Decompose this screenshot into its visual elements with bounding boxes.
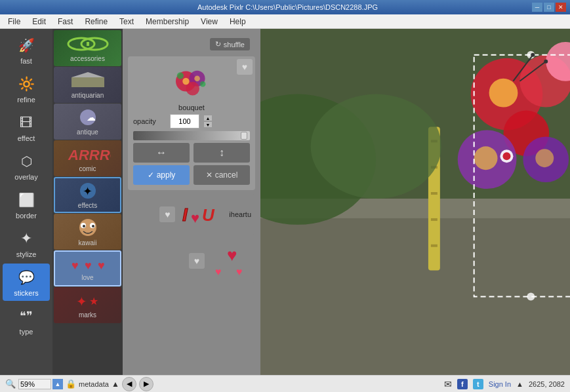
opacity-spinner: ▲ ▼ [203,115,213,128]
close-button[interactable]: ✕ [556,3,566,12]
svg-text:♥: ♥ [85,259,92,272]
zoom-arrow-button[interactable]: ▲ [52,379,63,389]
iheartu-sticker-name: iheartu [229,210,251,218]
sticker-category-comic[interactable]: ARRRGG! comic [54,140,121,176]
nav-overlay[interactable]: ⬡ overlay [3,147,50,185]
bouquet-sticker-name: bouquet [178,104,205,111]
twitter-icon[interactable]: t [473,379,483,389]
zoom-input[interactable] [18,379,51,389]
status-left: 🔍 ▲ 🔒 metadata ▲ ◀ ▶ [5,377,153,391]
opacity-down-button[interactable]: ▼ [203,121,213,128]
titlebar-controls: ─ □ ✕ [532,3,566,12]
shuffle-label: shuffle [224,41,245,49]
sticker-category-antiquarian[interactable]: antiquarian [54,67,121,103]
nav-refine[interactable]: 🔆 refine [3,70,50,108]
nav-type-label: type [20,328,33,336]
flip-horizontal-button[interactable]: ↔ [133,143,190,163]
svg-text:U: U [202,205,215,225]
cancel-button[interactable]: ✕ cancel [193,165,250,185]
flip-row: ↔ ↕ [133,143,250,163]
love-label: love [81,274,93,281]
left-nav: 🚀 fast 🔆 refine 🎞 effect ⬡ overlay ⬜ bor… [0,29,52,375]
apply-label: apply [157,170,176,180]
svg-text:♥: ♥ [191,210,199,226]
refine-icon: 🔆 [16,74,36,94]
prev-image-button[interactable]: ◀ [122,377,136,391]
sticker-category-love[interactable]: ♥ ♥ ♥ love [54,250,121,286]
nav-border-label: border [16,212,37,220]
status-right: ✉ f t Sign In ▲ 2625, 2082 [444,379,565,389]
opacity-up-button[interactable]: ▲ [203,115,213,121]
coords-arrow-icon[interactable]: ▲ [516,380,523,388]
svg-text:I: I [182,205,188,225]
shuffle-button[interactable]: ↻ shuffle [210,38,250,50]
flip-h-icon: ↔ [156,147,167,159]
signin-button[interactable]: Sign In [489,380,511,388]
menu-view[interactable]: View [195,16,223,28]
metadata-label: metadata [79,380,109,388]
nav-arrows: ◀ ▶ [122,377,153,391]
nav-effect[interactable]: 🎞 effect [3,109,50,146]
svg-point-23 [177,72,184,79]
svg-point-58 [502,152,510,160]
effects-label: effects [78,202,97,209]
options-panel: ↻ shuffle ♥ bouquet opacity [123,29,260,375]
menu-file[interactable]: File [3,16,26,28]
heart-icon: ♥ [242,62,247,72]
nav-border[interactable]: ⬜ border [3,186,50,224]
nav-type[interactable]: ❝❞ type [3,302,50,340]
svg-text:☁: ☁ [87,112,96,123]
upload-button[interactable]: ▲ [112,380,119,389]
favorite-candy-button[interactable]: ♥ [189,253,205,269]
favorite-iheartu-button[interactable]: ♥ [159,206,175,222]
kawaii-preview-icon [71,217,104,238]
favorite-bouquet-button[interactable]: ♥ [237,59,253,75]
sticker-category-effects[interactable]: ✦ effects [54,177,121,213]
svg-text:♥: ♥ [98,259,105,272]
menu-help[interactable]: Help [224,16,251,28]
sticker-category-antique[interactable]: ☁ antique [54,104,121,140]
sticker-category-accessories[interactable]: accessories [54,30,121,66]
email-icon[interactable]: ✉ [444,379,452,389]
svg-point-51 [535,149,554,167]
nav-stylize[interactable]: ✦ stylize [3,225,50,262]
nav-fast[interactable]: 🚀 fast [3,31,50,69]
antique-label: antique [77,128,98,136]
svg-point-25 [182,78,189,85]
type-icon: ❝❞ [16,306,36,326]
menu-membership[interactable]: Membership [140,16,194,28]
svg-point-14 [92,225,94,227]
menu-text[interactable]: Text [114,16,139,28]
heart-icon-2: ♥ [165,209,170,220]
shuffle-icon: ↻ [215,40,221,49]
minimize-button[interactable]: ─ [532,3,542,12]
nav-stickers[interactable]: 💬 stickers [3,264,50,301]
sticker-category-marks[interactable]: ✦ ★ marks [54,287,121,323]
kawaii-label: kawaii [79,239,97,246]
effects-preview-icon: ✦ [71,181,104,201]
maximize-button[interactable]: □ [544,3,554,12]
main-layout: 🚀 fast 🔆 refine 🎞 effect ⬡ overlay ⬜ bor… [0,29,570,375]
svg-rect-2 [87,42,89,46]
opacity-input[interactable] [170,114,199,128]
svg-point-24 [200,81,206,87]
cancel-x-icon: ✕ [206,170,213,180]
candy-sticker-card: ♥ ♥ ♥ ♥ [128,239,255,283]
nav-stylize-label: stylize [16,250,37,258]
svg-text:♥: ♥ [215,266,222,277]
menu-fast[interactable]: Fast [52,16,78,28]
facebook-icon[interactable]: f [457,379,468,389]
apply-button[interactable]: ✓ apply [133,165,190,185]
svg-text:♥: ♥ [71,259,79,272]
flip-vertical-button[interactable]: ↕ [193,143,250,163]
sticker-category-kawaii[interactable]: kawaii [54,214,121,250]
canvas-scene [260,29,570,375]
titlebar: Autodesk Pixlr C:\Users\Public\Pictures\… [0,0,570,14]
svg-marker-4 [71,72,104,77]
opacity-slider[interactable] [133,131,250,140]
svg-point-45 [489,79,518,108]
svg-rect-40 [431,218,438,221]
menu-edit[interactable]: Edit [27,16,51,28]
next-image-button[interactable]: ▶ [139,377,153,391]
menu-refine[interactable]: Refine [79,16,113,28]
